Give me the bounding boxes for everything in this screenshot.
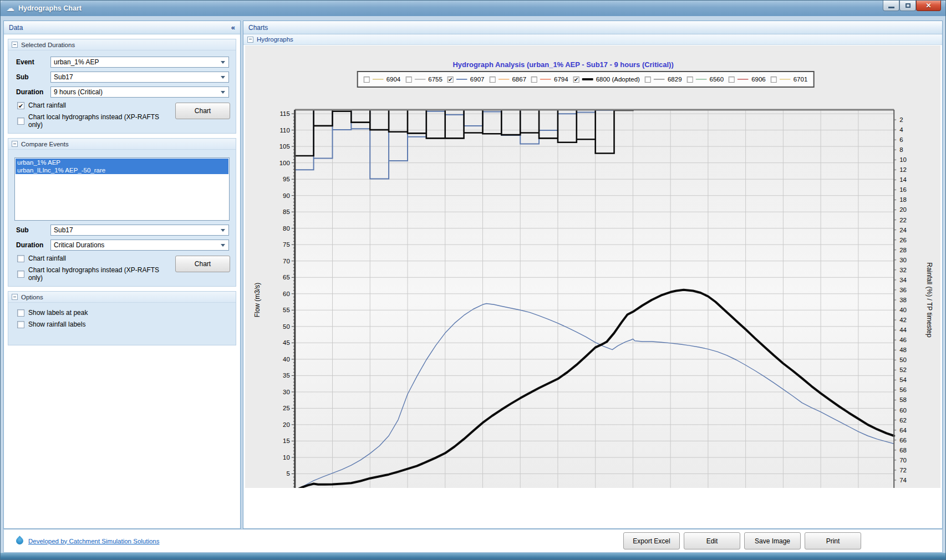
checkbox-label: Chart rainfall (28, 254, 66, 262)
legend-checkbox[interactable] (729, 77, 735, 83)
charts-panel-title: Charts (248, 24, 268, 32)
print-button[interactable]: Print (805, 532, 861, 549)
svg-text:10: 10 (283, 454, 290, 461)
svg-text:45: 45 (283, 339, 290, 346)
legend-item: ✔6907 (447, 76, 485, 83)
charts-panel: Charts Hydrographs 051015202530354045505… (243, 21, 943, 529)
compare-event-item[interactable]: urban_1% AEP (16, 159, 228, 166)
hydrographs-section-title: Hydrographs (257, 36, 293, 43)
checkbox-row: Chart rainfall (17, 254, 169, 262)
edit-button[interactable]: Edit (684, 532, 740, 549)
collapse-panel-button[interactable]: « (231, 23, 235, 32)
collapse-section-icon[interactable] (12, 42, 18, 48)
legend-item: 6560 (687, 76, 724, 83)
maximize-icon (906, 3, 911, 8)
legend-line-swatch (582, 78, 593, 80)
svg-text:105: 105 (279, 143, 290, 150)
maximize-button[interactable] (899, 1, 916, 11)
svg-text:5: 5 (286, 470, 289, 477)
svg-text:36: 36 (899, 287, 907, 293)
title-bar[interactable]: ☁ Hydrographs Chart ✕ (1, 1, 945, 16)
legend-checkbox[interactable] (531, 77, 537, 83)
legend-item: 6867 (489, 76, 526, 83)
duration-combobox[interactable]: 9 hours (Critical) (50, 86, 229, 98)
checkbox-row: Chart local hydrographs instead (XP-RAFT… (17, 266, 169, 282)
developer-link[interactable]: Developed by Catchment Simulation Soluti… (28, 538, 160, 544)
duration-combobox[interactable]: Critical Durations (50, 240, 229, 251)
legend-checkbox[interactable] (489, 77, 495, 83)
save-image-button[interactable]: Save Image (744, 532, 801, 549)
svg-text:38: 38 (899, 297, 907, 303)
checkbox[interactable] (17, 321, 24, 328)
chart-title: Hydrograph Analysis (urban_1% AEP - Sub1… (452, 60, 673, 69)
collapse-section-icon[interactable] (247, 37, 253, 43)
flow-axis-label: Flow (m3/s) (253, 283, 261, 318)
svg-text:95: 95 (283, 176, 290, 182)
rainfall-axis: 2468101214161820222426283032343638404244… (894, 116, 907, 483)
hydrographs-section-bar[interactable]: Hydrographs (243, 34, 942, 45)
close-button[interactable]: ✕ (916, 1, 941, 11)
legend-item: 6755 (405, 76, 443, 83)
legend-checkbox[interactable] (687, 77, 693, 83)
svg-text:62: 62 (899, 417, 907, 424)
checkbox[interactable] (17, 271, 24, 278)
legend-checkbox[interactable] (405, 77, 411, 83)
svg-text:18: 18 (899, 196, 907, 203)
checkbox-label: Chart rainfall (28, 101, 66, 109)
export-excel-button[interactable]: Export Excel (623, 532, 680, 549)
chart-legend: 69046755✔690768676794✔6800 (Adopted)6829… (357, 71, 815, 88)
selected-durations-header[interactable]: Selected Durations (8, 39, 236, 50)
svg-text:10: 10 (899, 156, 907, 163)
legend-checkbox[interactable] (645, 77, 651, 83)
svg-text:40: 40 (283, 356, 290, 363)
compare-events-header[interactable]: Compare Events (8, 139, 236, 150)
svg-text:115: 115 (280, 110, 290, 117)
svg-text:24: 24 (899, 227, 907, 233)
minimize-button[interactable] (883, 1, 899, 11)
combobox-value: Sub17 (54, 73, 73, 81)
legend-item: 6904 (364, 76, 401, 83)
svg-text:0: 0 (286, 487, 289, 488)
collapse-section-icon[interactable] (12, 141, 18, 147)
checkbox[interactable]: ✔ (17, 102, 24, 109)
checkbox-row: Show labels at peak (17, 309, 229, 317)
legend-item: 6794 (531, 76, 568, 83)
collapse-section-icon[interactable] (12, 294, 18, 300)
sub-combobox[interactable]: Sub17 (50, 225, 229, 236)
legend-checkbox[interactable] (771, 77, 777, 83)
compare-event-item[interactable]: urban_ILInc_1% AEP_-50_rare (16, 166, 228, 174)
svg-text:60: 60 (899, 407, 907, 414)
svg-text:4: 4 (899, 126, 903, 133)
combobox-value: Critical Durations (54, 241, 104, 249)
svg-text:2: 2 (899, 116, 903, 123)
svg-text:25: 25 (283, 405, 290, 411)
svg-text:50: 50 (899, 357, 907, 363)
svg-text:54: 54 (899, 376, 907, 383)
legend-item: 6829 (645, 76, 682, 83)
chart-button-compare-events[interactable]: Chart (175, 256, 230, 272)
checkbox-label: Show rainfall labels (28, 320, 85, 328)
legend-checkbox[interactable]: ✔ (447, 77, 454, 83)
svg-text:8: 8 (899, 146, 903, 153)
chart-button-selected-durations[interactable]: Chart (175, 103, 230, 119)
options-header[interactable]: Options (8, 292, 236, 303)
close-icon: ✕ (925, 2, 931, 9)
checkbox[interactable] (17, 309, 24, 317)
svg-text:12: 12 (899, 166, 907, 173)
compare-events-field-row: SubSub17 (16, 225, 229, 236)
checkbox-label: Show labels at peak (28, 309, 88, 317)
legend-label: 6906 (751, 76, 766, 83)
action-buttons: Export ExcelEditSave ImagePrint (623, 532, 861, 549)
svg-text:85: 85 (283, 208, 290, 215)
legend-checkbox[interactable]: ✔ (573, 77, 579, 83)
legend-checkbox[interactable] (364, 77, 370, 83)
svg-text:46: 46 (899, 337, 907, 343)
svg-text:90: 90 (283, 192, 290, 199)
compare-events-listbox[interactable]: urban_1% AEPurban_ILInc_1% AEP_-50_rare (14, 157, 230, 221)
checkbox[interactable] (17, 255, 24, 262)
legend-line-swatch (738, 79, 749, 80)
svg-text:48: 48 (899, 347, 907, 353)
checkbox[interactable] (17, 118, 24, 125)
event-combobox[interactable]: urban_1% AEP (50, 57, 229, 68)
sub-combobox[interactable]: Sub17 (50, 72, 229, 83)
